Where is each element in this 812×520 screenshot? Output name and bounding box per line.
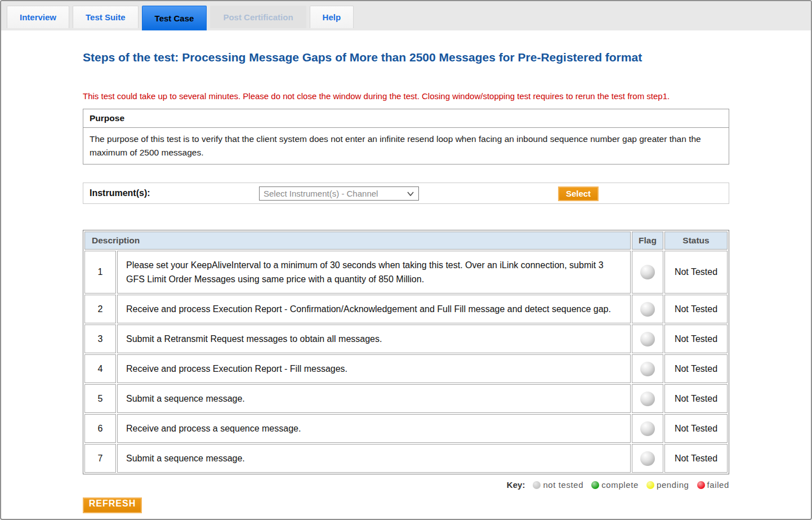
step-flag-cell xyxy=(632,325,663,353)
step-number: 3 xyxy=(84,325,116,353)
flag-indicator-icon xyxy=(640,451,655,466)
step-flag-cell xyxy=(632,251,663,294)
main-content: Steps of the test: Processing Message Ga… xyxy=(1,51,811,513)
key-item-complete: complete xyxy=(591,480,639,490)
tab-label: Test Case xyxy=(155,14,194,23)
purpose-panel: Purpose The purpose of this test is to v… xyxy=(83,109,729,165)
step-number: 1 xyxy=(84,251,116,294)
status-key: Key: not tested complete pending failed xyxy=(83,480,729,490)
key-item-failed: failed xyxy=(697,480,729,490)
purpose-text: The purpose of this test is to verify th… xyxy=(83,128,729,164)
key-dot-icon xyxy=(646,481,654,489)
step-flag-cell xyxy=(632,295,663,323)
chevron-down-icon xyxy=(407,192,414,196)
flag-indicator-icon xyxy=(640,362,655,376)
tab-test-case[interactable]: Test Case xyxy=(142,6,207,30)
refresh-button[interactable]: REFRESH xyxy=(83,497,142,513)
status-value: Not Tested xyxy=(664,354,728,383)
step-flag-cell xyxy=(632,444,663,473)
purpose-heading: Purpose xyxy=(83,109,729,128)
table-row: 4 Receive and process Execution Report -… xyxy=(84,354,728,383)
step-number: 7 xyxy=(84,444,116,473)
tab-bar: Interview Test Suite Test Case Post Cert… xyxy=(1,1,811,30)
step-number: 4 xyxy=(84,354,116,383)
step-description: Receive and process a sequence message. xyxy=(117,414,631,443)
status-value: Not Tested xyxy=(664,414,728,443)
step-description: Receive and process Execution Report - F… xyxy=(117,354,631,383)
tab-post-certification: Post Certification xyxy=(210,6,306,28)
flag-indicator-icon xyxy=(640,302,655,317)
key-label: complete xyxy=(601,480,639,490)
key-dot-icon xyxy=(591,481,599,489)
status-value: Not Tested xyxy=(664,384,728,413)
flag-indicator-icon xyxy=(640,421,655,436)
status-value: Not Tested xyxy=(664,444,728,473)
flag-indicator-icon xyxy=(640,332,655,346)
instrument-dropdown[interactable]: Select Instrument(s) - Channel xyxy=(259,186,419,201)
step-number: 6 xyxy=(84,414,116,443)
table-row: 6 Receive and process a sequence message… xyxy=(84,414,728,443)
tab-label: Help xyxy=(323,12,341,22)
table-row: 3 Submit a Retransmit Request messages t… xyxy=(84,325,728,353)
step-description: Submit a sequence message. xyxy=(117,444,631,473)
key-label: not tested xyxy=(543,480,583,490)
step-number: 5 xyxy=(84,384,116,413)
tab-label: Interview xyxy=(20,12,56,22)
page-title: Steps of the test: Processing Message Ga… xyxy=(83,51,729,64)
column-header-flag: Flag xyxy=(632,232,663,250)
table-row: 5 Submit a sequence message. Not Tested xyxy=(84,384,728,413)
tab-label: Post Certification xyxy=(223,12,293,22)
steps-table-body: 1 Please set your KeepAliveInterval to a… xyxy=(84,251,728,473)
key-item-pending: pending xyxy=(646,480,689,490)
status-key-items: not tested complete pending failed xyxy=(533,480,729,490)
tab-test-suite[interactable]: Test Suite xyxy=(73,6,139,28)
steps-table: Description Flag Status 1 Please set you… xyxy=(83,230,729,474)
instrument-panel: Instrument(s): Select Instrument(s) - Ch… xyxy=(83,183,729,204)
instrument-dropdown-value: Select Instrument(s) - Channel xyxy=(264,189,378,198)
step-description: Submit a sequence message. xyxy=(117,384,631,413)
step-number: 2 xyxy=(84,295,116,323)
warning-message: This test could take up to several minut… xyxy=(83,91,729,101)
key-dot-icon xyxy=(697,481,705,489)
step-description: Submit a Retransmit Request messages to … xyxy=(117,325,631,353)
select-button[interactable]: Select xyxy=(558,186,599,201)
step-description: Receive and process Execution Report - C… xyxy=(117,295,631,323)
table-row: 2 Receive and process Execution Report -… xyxy=(84,295,728,323)
key-label: failed xyxy=(707,480,729,490)
flag-indicator-icon xyxy=(640,392,655,406)
status-value: Not Tested xyxy=(664,325,728,353)
app-window: Interview Test Suite Test Case Post Cert… xyxy=(0,0,812,520)
key-dot-icon xyxy=(533,481,541,489)
steps-table-header-row: Description Flag Status xyxy=(84,232,728,250)
step-flag-cell xyxy=(632,354,663,383)
key-title: Key: xyxy=(507,480,525,490)
column-header-description: Description xyxy=(84,232,631,250)
tab-help[interactable]: Help xyxy=(310,6,354,28)
instrument-label: Instrument(s): xyxy=(90,188,150,198)
status-value: Not Tested xyxy=(664,251,728,294)
step-flag-cell xyxy=(632,384,663,413)
status-value: Not Tested xyxy=(664,295,728,323)
table-row: 1 Please set your KeepAliveInterval to a… xyxy=(84,251,728,294)
flag-indicator-icon xyxy=(640,265,655,279)
key-item-not-tested: not tested xyxy=(533,480,583,490)
tab-label: Test Suite xyxy=(86,12,126,22)
column-header-status: Status xyxy=(664,232,728,250)
tab-interview[interactable]: Interview xyxy=(7,6,69,28)
step-description: Please set your KeepAliveInterval to a m… xyxy=(117,251,631,294)
table-row: 7 Submit a sequence message. Not Tested xyxy=(84,444,728,473)
key-label: pending xyxy=(657,480,689,490)
step-flag-cell xyxy=(632,414,663,443)
